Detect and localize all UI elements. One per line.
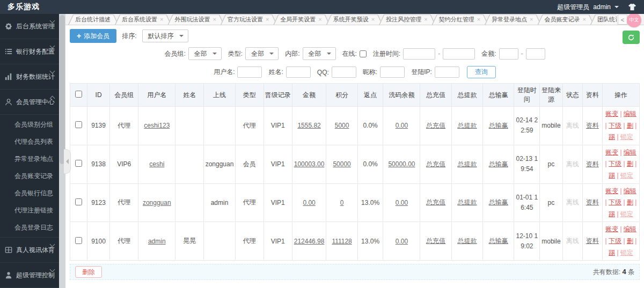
close-icon[interactable]: ×: [213, 17, 216, 23]
sidebar-subitem[interactable]: 代理注册链接: [0, 202, 59, 219]
withdraw-link[interactable]: 总提款: [457, 122, 477, 129]
action-link[interactable]: 删: [627, 198, 633, 206]
winlose-link[interactable]: 总输赢: [489, 122, 508, 129]
points-link[interactable]: 111128: [332, 238, 352, 245]
recharge-link[interactable]: 总充值: [426, 122, 445, 129]
scrollbar-thumb[interactable]: [60, 15, 65, 164]
username-link[interactable]: ceshi: [149, 160, 164, 168]
action-link[interactable]: 踢: [609, 133, 615, 141]
sort-select[interactable]: 默认排序: [142, 29, 188, 42]
username[interactable]: admin: [593, 3, 611, 11]
sidebar-subitem[interactable]: 会员级别分组: [0, 116, 59, 133]
internal-select[interactable]: 全部: [303, 47, 336, 60]
profile-link[interactable]: 资料: [586, 122, 599, 129]
close-icon[interactable]: ×: [530, 17, 533, 23]
row-checkbox[interactable]: [75, 237, 82, 244]
tab[interactable]: 团队统计概况×: [590, 14, 617, 25]
tab-scroll-left-button[interactable]: <: [618, 14, 627, 25]
action-link[interactable]: 锁定: [620, 172, 633, 179]
wash-link[interactable]: 0.00: [396, 199, 408, 206]
delete-button[interactable]: 删除: [75, 266, 102, 278]
withdraw-link[interactable]: 总提款: [457, 160, 477, 168]
tab[interactable]: 官方玩法设置×: [221, 14, 277, 25]
profile-link[interactable]: 资料: [586, 160, 599, 168]
row-checkbox[interactable]: [75, 160, 82, 167]
regtime-start-input[interactable]: [403, 48, 435, 60]
action-link[interactable]: 下级: [609, 160, 621, 167]
close-icon[interactable]: ×: [266, 17, 269, 23]
wash-link[interactable]: 50000.00: [388, 160, 415, 168]
action-link[interactable]: 锁定: [620, 210, 633, 218]
close-icon[interactable]: ×: [583, 17, 586, 23]
action-link[interactable]: 踢: [609, 249, 615, 256]
points-link[interactable]: 5000: [335, 122, 349, 129]
tab[interactable]: 后台统计描述: [68, 14, 119, 25]
close-icon[interactable]: ×: [371, 17, 375, 23]
sidebar-item[interactable]: 真人视讯体育: [0, 238, 59, 263]
refresh-button[interactable]: [623, 31, 640, 44]
recharge-link[interactable]: 总充值: [426, 160, 445, 168]
sidebar-item[interactable]: 会员管理中心: [0, 90, 59, 115]
balance-link[interactable]: 1555.82: [297, 122, 320, 129]
theme-tshirt-icon[interactable]: [628, 3, 636, 11]
action-link[interactable]: 删: [627, 237, 633, 245]
row-checkbox[interactable]: [75, 198, 82, 205]
action-link[interactable]: 踢: [609, 172, 615, 179]
action-link[interactable]: 编辑: [624, 225, 636, 233]
balance-link[interactable]: 212446.98: [294, 238, 325, 245]
nick-input[interactable]: [380, 67, 405, 78]
balance-link[interactable]: 0.00: [303, 199, 315, 206]
close-icon[interactable]: ×: [160, 17, 163, 23]
tab[interactable]: 契约分红管理×: [432, 14, 488, 25]
action-link[interactable]: 账变: [605, 225, 618, 233]
tab[interactable]: 会员账变记录×: [538, 14, 594, 25]
action-link[interactable]: 账变: [605, 187, 618, 195]
add-member-button[interactable]: + 添加会员: [70, 29, 116, 43]
action-link[interactable]: 删: [627, 160, 633, 167]
sidebar-item[interactable]: 超级管理控制: [0, 263, 59, 288]
action-link[interactable]: 编辑: [624, 187, 636, 195]
action-link[interactable]: 账变: [605, 149, 618, 156]
username-input[interactable]: [237, 67, 262, 78]
withdraw-link[interactable]: 总提款: [457, 237, 477, 245]
action-link[interactable]: 编辑: [624, 149, 636, 156]
sidebar-subitem[interactable]: 会员银行信息: [0, 184, 59, 202]
profile-link[interactable]: 资料: [586, 237, 599, 245]
sidebar-item[interactable]: 财务数据统计: [0, 64, 59, 90]
select-all-checkbox[interactable]: [75, 91, 82, 98]
sidebar-subitem[interactable]: 会员账变记录: [0, 167, 59, 184]
winlose-link[interactable]: 总输赢: [489, 198, 508, 206]
online-checkbox[interactable]: [360, 50, 367, 57]
amount-min-input[interactable]: [499, 48, 518, 60]
action-link[interactable]: 账变: [605, 110, 618, 117]
action-link[interactable]: 下级: [609, 237, 621, 245]
wash-link[interactable]: 0.00: [396, 238, 408, 245]
regtime-end-input[interactable]: [443, 48, 475, 60]
profile-link[interactable]: 资料: [586, 198, 599, 206]
name-input[interactable]: [286, 67, 311, 78]
language-float-badge[interactable]: 中文: [627, 13, 641, 27]
tab[interactable]: 投注风控管理×: [379, 14, 435, 25]
sidebar-collapse-handle[interactable]: [64, 149, 71, 174]
tab[interactable]: 后台系统设置×: [115, 14, 171, 25]
username-link[interactable]: zongguan: [143, 199, 171, 206]
winlose-link[interactable]: 总输赢: [489, 237, 508, 245]
tab[interactable]: 异常登录地点×: [485, 14, 541, 25]
points-link[interactable]: 50000: [333, 160, 350, 168]
query-button[interactable]: 查询: [467, 66, 496, 78]
sidebar-subitem[interactable]: 代理会员列表: [0, 133, 59, 150]
recharge-link[interactable]: 总充值: [426, 198, 445, 206]
row-checkbox[interactable]: [75, 121, 82, 128]
sidebar-item[interactable]: 后台系统管理: [0, 14, 59, 39]
winlose-link[interactable]: 总输赢: [489, 160, 508, 168]
withdraw-link[interactable]: 总提款: [457, 198, 477, 206]
amount-max-input[interactable]: [526, 48, 545, 60]
username-link[interactable]: admin: [148, 238, 166, 245]
points-link[interactable]: 0: [340, 199, 344, 206]
tab[interactable]: 系统开奖预设×: [326, 14, 383, 25]
tab[interactable]: 全局开奖设置×: [273, 14, 330, 25]
close-icon[interactable]: ×: [477, 17, 480, 23]
action-link[interactable]: 下级: [609, 122, 621, 129]
login-ip-input[interactable]: [435, 67, 459, 78]
balance-link[interactable]: 100003.00: [294, 160, 325, 168]
